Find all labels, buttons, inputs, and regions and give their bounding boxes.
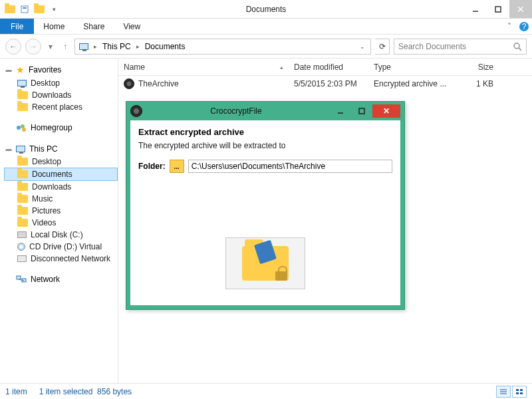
chevron-right-icon[interactable]: ▸ [94,43,97,50]
sidebar-item-desktop2[interactable]: Desktop [4,156,118,168]
sidebar-item-localdisk[interactable]: Local Disk (C:) [4,229,118,241]
file-row[interactable]: TheArchive 5/5/2015 2:03 PM Encrypted ar… [118,76,532,92]
sidebar-thispc[interactable]: ▬ This PC [4,142,118,156]
modal-close-button[interactable]: ✕ [372,104,400,118]
up-button[interactable]: ↑ [60,39,70,55]
status-bar: 1 item 1 item selected 856 bytes [0,383,532,399]
sidebar: ▬ ★ Favorites Desktop Downloads Recent p… [0,59,118,383]
refresh-button[interactable]: ⟳ [375,39,390,55]
svg-rect-11 [17,276,21,279]
sidebar-item-cddrive[interactable]: CD Drive (D:) Virtual [4,241,118,253]
minimize-button[interactable] [464,0,487,18]
tab-home[interactable]: Home [34,19,74,34]
chevron-right-icon[interactable]: ▸ [136,43,140,50]
crococrypt-file-icon [124,78,134,89]
col-size[interactable]: Size [455,63,499,72]
file-tab[interactable]: File [0,19,34,34]
svg-rect-20 [520,392,523,394]
folder-icon [17,195,28,203]
qat-properties-icon[interactable] [19,3,31,15]
col-type[interactable]: Type [368,63,455,72]
sidebar-thispc-label: This PC [29,144,58,154]
status-selected: 1 item selected [39,387,93,396]
expand-icon[interactable]: ▬ [5,146,12,152]
folder-icon [17,103,28,111]
navbar: ← → ▾ ↑ ▸ This PC ▸ Documents ⌄ ⟳ Search… [0,35,532,59]
maximize-button[interactable] [487,0,509,18]
crumb-thispc[interactable]: This PC [100,39,134,54]
ribbon-collapse-icon[interactable]: ˅ [503,19,516,34]
network-icon [16,275,27,284]
explorer-titlebar: ▾ Documents ✕ [0,0,532,19]
sidebar-homegroup[interactable]: Homegroup [4,121,118,134]
disk-icon [17,231,27,238]
modal-minimize-button[interactable] [330,104,351,118]
svg-rect-1 [23,7,27,9]
browse-button[interactable]: ... [170,160,184,173]
extract-button[interactable] [225,237,305,289]
app-folder-icon [4,3,16,15]
col-name[interactable]: Name▴ [118,63,289,72]
folder-input[interactable] [188,160,392,173]
sidebar-item-netdrive[interactable]: Disconnected Network [4,253,118,265]
star-icon: ★ [16,65,25,75]
sidebar-item-desktop[interactable]: Desktop [4,77,118,89]
sidebar-network[interactable]: Network [4,273,118,286]
pc-icon [16,146,25,152]
view-details-button[interactable] [496,386,511,398]
sidebar-item-documents[interactable]: Documents [4,168,118,181]
sidebar-item-videos[interactable]: Videos [4,217,118,229]
modal-maximize-button[interactable] [351,104,372,118]
lock-icon [275,271,287,281]
collapse-icon[interactable]: ▬ [5,66,12,73]
sidebar-favorites-label: Favorites [29,65,61,74]
crumb-documents[interactable]: Documents [142,39,188,54]
extract-folder-icon [242,246,289,281]
crococrypt-window: CrococryptFile ✕ Extract encrypted archi… [126,101,405,310]
folder-label: Folder: [138,162,166,171]
modal-titlebar[interactable]: CrococryptFile ✕ [126,102,404,120]
sidebar-item-recent[interactable]: Recent places [4,101,118,113]
address-dropdown-icon[interactable]: ⌄ [356,43,369,50]
sidebar-item-music[interactable]: Music [4,193,118,205]
view-icons-button[interactable] [512,386,527,398]
folder-icon [17,91,28,99]
qat-dropdown-icon[interactable]: ▾ [48,3,60,15]
file-type: Encrypted archive ... [368,79,455,88]
sort-asc-icon: ▴ [280,64,283,70]
col-date[interactable]: Date modified [289,63,368,72]
address-bar[interactable]: ▸ This PC ▸ Documents ⌄ [74,39,371,55]
search-input[interactable]: Search Documents [394,39,527,55]
modal-description: The encrypted archive will be extracted … [138,141,392,150]
sidebar-item-downloads[interactable]: Downloads [4,89,118,101]
search-icon [513,42,522,51]
sidebar-favorites[interactable]: ▬ ★ Favorites [4,63,118,77]
qat-newfolder-icon[interactable] [33,3,45,15]
column-headers: Name▴ Date modified Type Size [118,59,532,76]
svg-rect-0 [21,6,28,13]
help-icon[interactable]: ? [516,19,532,34]
desktop-icon [17,80,27,86]
folder-icon [17,207,28,215]
svg-rect-22 [359,108,364,114]
ribbon: File Home Share View ˅ ? [0,19,532,35]
file-name: TheArchive [138,79,179,88]
close-button[interactable]: ✕ [509,0,532,18]
forward-button[interactable]: → [25,39,41,55]
svg-point-8 [17,126,21,130]
back-button[interactable]: ← [5,39,21,55]
file-date: 5/5/2015 2:03 PM [289,79,368,88]
tab-share[interactable]: Share [74,19,114,34]
cd-icon [17,243,25,251]
modal-title: CrococryptFile [142,106,330,116]
tab-view[interactable]: View [114,19,150,34]
search-placeholder: Search Documents [398,42,466,51]
sidebar-item-downloads2[interactable]: Downloads [4,181,118,193]
history-dropdown-icon[interactable]: ▾ [45,39,56,55]
folder-icon [17,158,28,166]
network-drive-icon [17,255,27,262]
crococrypt-app-icon [130,105,142,117]
sidebar-item-pictures[interactable]: Pictures [4,205,118,217]
window-title: Documents [0,5,532,14]
svg-rect-19 [516,392,519,394]
